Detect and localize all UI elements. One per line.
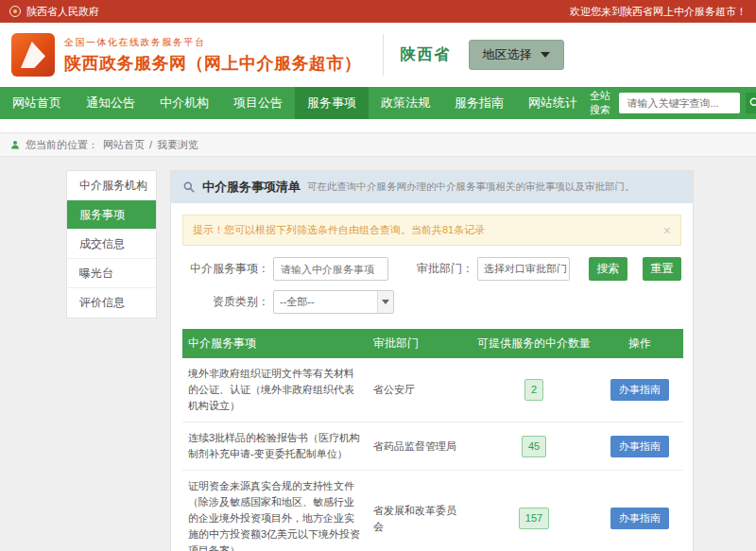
nav-item-notices[interactable]: 通知公告 — [74, 87, 147, 119]
service-table: 中介服务事项 审批部门 可提供服务的中介数量 操作 境外非政府组织证明文件等有关… — [182, 329, 683, 551]
site-logo — [11, 33, 55, 77]
panel-title: 中介服务事项清单 — [202, 179, 301, 196]
nav-item-guide[interactable]: 服务指南 — [442, 87, 516, 119]
count-badge: 2 — [524, 379, 543, 401]
sidebar-item-reviews[interactable]: 评价信息 — [67, 288, 156, 318]
filter-form: 中介服务事项： 审批部门： 选择对口审批部门 搜索 重置 资质类别： --全部-… — [171, 257, 693, 325]
breadcrumb-separator: / — [149, 139, 152, 150]
user-location-icon — [9, 139, 21, 150]
nav-item-stats[interactable]: 网站统计 — [516, 87, 590, 119]
topbar: 陕西省人民政府 欢迎您来到陕西省网上中介服务超市！ — [0, 0, 756, 23]
reset-button[interactable]: 重置 — [643, 257, 681, 281]
region-select-button[interactable]: 地区选择 — [469, 40, 564, 70]
platform-line: 全国一体化在线政务服务平台 — [64, 36, 362, 49]
sidebar-item-exposure[interactable]: 曝光台 — [67, 259, 156, 288]
site-header: 全国一体化在线政务服务平台 陕西政务服务网（网上中介服务超市） 陕西省 地区选择 — [0, 23, 756, 87]
search-icon — [182, 181, 196, 194]
site-search: 全站搜索 — [590, 89, 756, 117]
province-name: 陕西省 — [401, 45, 452, 65]
department-cell: 省药品监督管理局 — [368, 422, 472, 471]
filter-row-1: 中介服务事项： 审批部门： 选择对口审批部门 搜索 重置 — [182, 257, 681, 281]
nav-item-agencies[interactable]: 中介机构 — [147, 87, 221, 119]
chevron-down-icon — [382, 300, 389, 304]
service-item-cell: 连续3批样品的检验报告书（医疗机构制剂补充申请-变更委托配制单位） — [182, 422, 368, 471]
service-item-label: 中介服务事项： — [182, 261, 269, 277]
column-header-count: 可提供服务的中介数量 — [472, 329, 596, 358]
guide-button[interactable]: 办事指南 — [610, 508, 669, 529]
column-header-item: 中介服务事项 — [182, 329, 368, 358]
header-divider — [383, 34, 384, 76]
panel-header: 中介服务事项清单 可在此查询中介服务网办理的中介服务事项相关的审批事项以及审批部… — [171, 171, 693, 203]
guide-button[interactable]: 办事指南 — [610, 379, 669, 401]
category-select-value: --全部-- — [274, 295, 320, 309]
department-cell: 省公安厅 — [368, 358, 472, 422]
nav-item-services[interactable]: 服务事项 — [295, 87, 369, 119]
gov-portal-label: 陕西省人民政府 — [26, 5, 99, 19]
site-title: 陕西政务服务网（网上中介服务超市） — [64, 52, 362, 75]
guide-button[interactable]: 办事指南 — [610, 436, 669, 457]
sidebar-item-agencies[interactable]: 中介服务机构 — [67, 171, 156, 200]
table-row: 连续3批样品的检验报告书（医疗机构制剂补充申请-变更委托配制单位） 省药品监督管… — [182, 422, 683, 471]
main-nav: 网站首页 通知公告 中介机构 项目公告 服务事项 政策法规 服务指南 网站统计 … — [0, 87, 756, 119]
site-search-button[interactable] — [746, 93, 756, 113]
department-cell: 省发展和改革委员会 — [368, 471, 472, 551]
nav-item-projects[interactable]: 项目公告 — [221, 87, 295, 119]
breadcrumb-prefix: 您当前的位置： — [26, 138, 98, 152]
breadcrumb-home-link[interactable]: 网站首页 — [103, 138, 145, 152]
service-item-cell: 证明资金来源真实合规的支持性文件（除涉及敏感国家和地区、敏感行业的企业境外投资项… — [182, 471, 368, 551]
department-select-value: 选择对口审批部门 — [478, 262, 570, 276]
region-select-label: 地区选择 — [483, 46, 532, 63]
sidebar-item-deals[interactable]: 成交信息 — [67, 230, 156, 259]
site-search-label: 全站搜索 — [590, 89, 613, 117]
department-label: 审批部门： — [402, 261, 473, 277]
spacer — [0, 119, 756, 132]
filter-row-2: 资质类别： --全部-- — [182, 290, 681, 314]
notice-bar: 提示！您可以根据下列筛选条件自由组合查询。当前共81条记录 × — [182, 215, 681, 246]
sidebar: 中介服务机构 服务事项 成交信息 曝光台 评价信息 — [66, 170, 157, 319]
nav-item-home[interactable]: 网站首页 — [0, 87, 74, 119]
notice-text: 提示！您可以根据下列筛选条件自由组合查询。当前共81条记录 — [193, 223, 485, 237]
nav-item-policies[interactable]: 政策法规 — [369, 87, 442, 119]
category-select[interactable]: --全部-- — [273, 290, 394, 314]
breadcrumb-current: 我要浏览 — [157, 138, 198, 152]
search-icon — [748, 96, 756, 110]
search-button[interactable]: 搜索 — [589, 257, 627, 281]
site-search-input[interactable] — [619, 93, 740, 113]
column-header-department: 审批部门 — [368, 329, 472, 358]
category-label: 资质类别： — [182, 294, 269, 310]
main-content: 中介服务机构 服务事项 成交信息 曝光台 评价信息 中介服务事项清单 可在此查询… — [0, 157, 756, 551]
sidebar-item-services[interactable]: 服务事项 — [67, 200, 156, 230]
gov-emblem-icon — [9, 6, 21, 17]
brand-block: 全国一体化在线政务服务平台 陕西政务服务网（网上中介服务超市） — [64, 36, 362, 75]
count-badge: 45 — [522, 436, 546, 457]
gov-portal-link[interactable]: 陕西省人民政府 — [9, 5, 99, 19]
column-header-action: 操作 — [596, 329, 683, 358]
table-row: 境外非政府组织证明文件等有关材料的公证、认证（境外非政府组织代表机构设立） 省公… — [182, 358, 683, 422]
panel-subtitle: 可在此查询中介服务网办理的中介服务事项相关的审批事项以及审批部门。 — [307, 181, 635, 194]
welcome-text: 欢迎您来到陕西省网上中介服务超市！ — [570, 5, 747, 19]
service-item-cell: 境外非政府组织证明文件等有关材料的公证、认证（境外非政府组织代表机构设立） — [182, 358, 368, 422]
department-select[interactable]: 选择对口审批部门 — [477, 257, 570, 281]
select-arrow-box — [377, 291, 393, 313]
close-icon[interactable]: × — [663, 224, 671, 237]
service-item-input[interactable] — [273, 257, 388, 281]
chevron-down-icon — [541, 52, 550, 58]
service-list-panel: 中介服务事项清单 可在此查询中介服务网办理的中介服务事项相关的审批事项以及审批部… — [170, 170, 694, 551]
count-badge: 157 — [519, 508, 549, 529]
table-header-row: 中介服务事项 审批部门 可提供服务的中介数量 操作 — [182, 329, 683, 358]
table-row: 证明资金来源真实合规的支持性文件（除涉及敏感国家和地区、敏感行业的企业境外投资项… — [182, 471, 683, 551]
breadcrumb: 您当前的位置： 网站首页 / 我要浏览 — [0, 132, 756, 157]
